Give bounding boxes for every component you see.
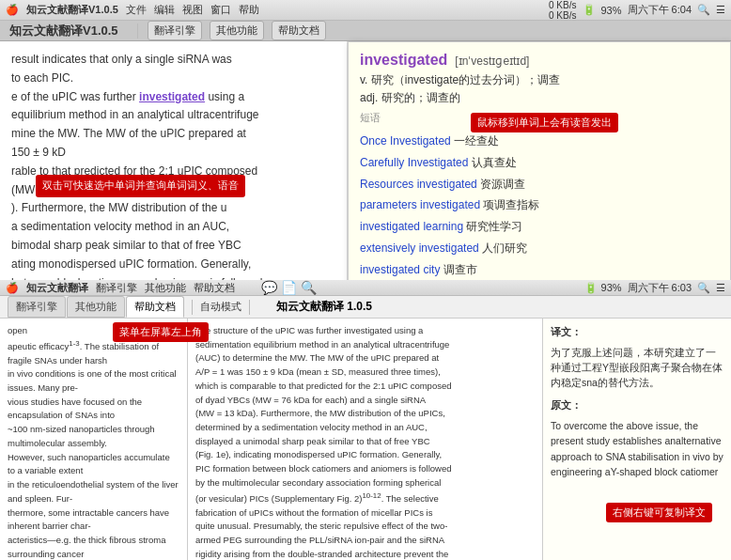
- help-doc-menu[interactable]: 帮助文档: [194, 281, 235, 295]
- doc-line: to each PIC.: [11, 70, 335, 88]
- dict-entry: investigated learning 研究性学习: [360, 216, 719, 238]
- trans-text: 为了克服上述问题，本研究建立了一种通过工程Y型嵌段阳离子聚合物在体内稳定sna的…: [551, 345, 723, 391]
- bottom-left-text: open apeutic efficacy1-3. The stabilisat…: [8, 324, 179, 560]
- bottom-menubar: 🍎 知云文献翻译 翻译引擎 其他功能 帮助文档 💬 📄 🔍 🔋 93% 周六下午…: [0, 280, 731, 296]
- doc-line: result indicates that only a single siRN…: [11, 51, 335, 70]
- dict-phonetic: [ɪnˈvestɪɡeɪtɪd]: [455, 54, 529, 68]
- doc-line: ). Furthermore, the MW distribution of t…: [11, 199, 335, 218]
- file-menu[interactable]: 文件: [126, 3, 147, 17]
- help-menu[interactable]: 帮助: [239, 3, 259, 17]
- dict-entry-en: extensively investigated: [360, 241, 479, 255]
- app-toolbar: 知云文献翻译V1.0.5 翻译引擎 其他功能 帮助文档: [0, 21, 731, 41]
- separator: [137, 23, 138, 39]
- app-menu-item[interactable]: 知云文献翻译V1.0.5: [26, 3, 118, 17]
- annotation-tooltip: 鼠标移到单词上会有读音发出: [471, 113, 618, 132]
- dict-entry-en: investigated city: [360, 263, 440, 276]
- window-menu[interactable]: 窗口: [210, 3, 231, 17]
- dict-entry-cn: 调查市: [443, 263, 477, 276]
- trans-label: 译文：: [551, 324, 723, 341]
- bottom-center-text: The structure of the uPIC was further in…: [195, 324, 535, 560]
- doc-line: mine the MW. The MW of the uPIC prepared…: [11, 125, 335, 144]
- translate-engine-btn[interactable]: 翻译引擎: [148, 21, 202, 40]
- dict-word-line: investigated [ɪnˈvestɪɡeɪtɪd]: [360, 52, 719, 69]
- doc-line: bimodal sharp peak similar to that of fr…: [11, 237, 335, 256]
- bottom-right-panel: 译文： 为了克服上述问题，本研究建立了一种通过工程Y型嵌段阳离子聚合物在体内稳定…: [543, 319, 731, 560]
- menu-icon-bottom[interactable]: ☰: [716, 282, 725, 294]
- clock-bottom: 周六下午 6:03: [628, 281, 692, 295]
- highlighted-word[interactable]: investigated: [139, 90, 205, 103]
- edit-menu[interactable]: 编辑: [154, 3, 175, 17]
- battery-percent: 93%: [601, 5, 622, 16]
- dict-entry: parameters investigated 项调查指标: [360, 194, 719, 216]
- bottom-main: open apeutic efficacy1-3. The stabilisat…: [0, 319, 731, 560]
- doc-line: 150 ± 9 kD: [11, 144, 335, 163]
- view-menu[interactable]: 视图: [182, 3, 203, 17]
- dict-entry-cn: 项调查指标: [483, 198, 539, 211]
- app-name-bottom[interactable]: 知云文献翻译: [26, 281, 88, 295]
- dict-entry-en: Resources investigated: [360, 178, 477, 191]
- dict-pos-v: v. 研究（investigate的过去分词）；调查: [360, 72, 719, 88]
- top-menubar: 🍎 知云文献翻译V1.0.5 文件 编辑 视图 窗口 帮助 0 KB/s0 KB…: [0, 0, 731, 21]
- dict-headword: investigated: [360, 52, 447, 69]
- dict-entry: extensively investigated 人们研究: [360, 238, 719, 259]
- tab-translate-engine[interactable]: 翻译引擎: [8, 296, 66, 318]
- bottom-window: 🍎 知云文献翻译 翻译引擎 其他功能 帮助文档 💬 📄 🔍 🔋 93% 周六下午…: [0, 280, 731, 560]
- dict-entry: Carefully Investigated 认真查处: [360, 152, 719, 174]
- dict-entry-en: Once Investigated: [360, 134, 451, 148]
- dict-entry-cn: 一经查处: [454, 134, 499, 148]
- battery-icon: 🔋: [583, 4, 596, 16]
- dict-pos-adj: adj. 研究的；调查的: [360, 90, 719, 106]
- battery-bottom: 🔋 93%: [584, 282, 621, 294]
- dict-section-label: 短语: [360, 112, 381, 123]
- zoom-label: 自动模式: [200, 300, 241, 314]
- bottom-app-toolbar: 翻译引擎 其他功能 帮助文档 自动模式 知云文献翻译 1.0.5: [0, 296, 731, 319]
- translate-engine-menu[interactable]: 翻译引擎: [96, 281, 137, 295]
- original-label: 原文：: [551, 397, 723, 414]
- bottom-app-title: 知云文献翻译 1.0.5: [276, 299, 372, 315]
- search-icon[interactable]: 🔍: [697, 4, 710, 16]
- tab-help-docs[interactable]: 帮助文档: [126, 296, 184, 318]
- dict-entry: Once Investigated 一经查处: [360, 131, 719, 152]
- tab-other-func[interactable]: 其他功能: [67, 296, 125, 318]
- app-title: 知云文献翻译V1.0.5: [9, 23, 118, 39]
- original-text: To overcome the above issue, the present…: [551, 418, 723, 479]
- dock-icons: 💬 📄 🔍: [261, 280, 317, 295]
- dict-entry-cn: 人们研究: [482, 241, 527, 255]
- menu-icon[interactable]: ☰: [716, 4, 725, 16]
- other-features-btn[interactable]: 其他功能: [210, 21, 264, 40]
- help-docs-btn[interactable]: 帮助文档: [272, 21, 326, 40]
- top-window: 🍎 知云文献翻译V1.0.5 文件 编辑 视图 窗口 帮助 0 KB/s0 KB…: [0, 0, 731, 280]
- annotation-rightclick: 右侧右键可复制译文: [606, 503, 712, 522]
- annotation-menu-location: 菜单在屏幕左上角: [113, 322, 209, 342]
- bottom-center-panel: The structure of the uPIC was further in…: [188, 319, 543, 560]
- network-speed: 0 KB/s0 KB/s: [549, 0, 576, 21]
- bottom-menubar-left: 🍎 知云文献翻译 翻译引擎 其他功能 帮助文档 💬 📄 🔍: [6, 280, 317, 295]
- dict-entry: investigated city 调查市: [360, 259, 719, 281]
- menubar-right: 0 KB/s0 KB/s 🔋 93% 周六下午 6:04 🔍 ☰: [549, 0, 725, 21]
- annotation-doubleclick: 双击可快速选中单词并查询单词词义、语音: [36, 175, 245, 197]
- doc-line: a sedimentation velocity method in an AU…: [11, 218, 335, 237]
- dict-entry-cn: 研究性学习: [466, 220, 522, 233]
- other-func-menu[interactable]: 其他功能: [145, 281, 186, 295]
- apple-icon-bottom[interactable]: 🍎: [6, 282, 19, 294]
- separator3: [249, 300, 250, 315]
- dict-entry-en: Carefully Investigated: [360, 156, 468, 169]
- app-header-tabs: 翻译引擎 其他功能 帮助文档: [8, 296, 184, 318]
- clock: 周六下午 6:04: [628, 3, 692, 17]
- apple-menu-icon[interactable]: 🍎: [6, 4, 19, 16]
- bottom-menubar-right: 🔋 93% 周六下午 6:03 🔍 ☰: [584, 281, 725, 295]
- dict-entry-cn: 认真查处: [472, 156, 517, 169]
- doc-line: e of the uPIC was further investigated u…: [11, 88, 335, 107]
- bottom-left-panel: open apeutic efficacy1-3. The stabilisat…: [0, 319, 188, 560]
- dict-entry-cn: 资源调查: [480, 178, 525, 191]
- dict-entry-en: parameters investigated: [360, 198, 480, 211]
- search-icon-bottom[interactable]: 🔍: [697, 282, 710, 294]
- menubar-left: 🍎 知云文献翻译V1.0.5 文件 编辑 视图 窗口 帮助: [6, 3, 259, 17]
- dict-entry-en: investigated learning: [360, 220, 463, 233]
- separator2: [192, 300, 193, 315]
- dict-entry: Resources investigated 资源调查: [360, 174, 719, 195]
- doc-line: equilibrium method in an analytical ultr…: [11, 106, 335, 125]
- doc-line: ating monodispersed uPIC formation. Gene…: [11, 256, 335, 274]
